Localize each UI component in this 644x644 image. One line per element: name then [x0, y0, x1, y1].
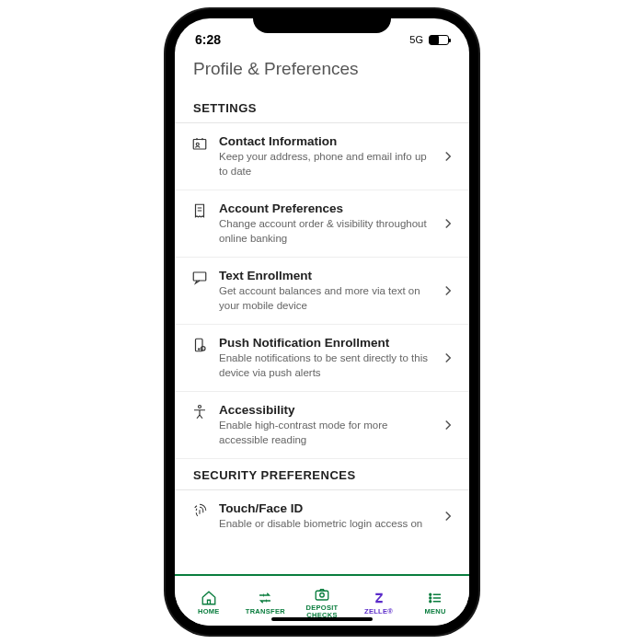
row-accessibility[interactable]: Accessibility Enable high-contrast mode … — [175, 392, 469, 459]
svg-point-10 — [430, 597, 431, 599]
row-title: Push Notification Enrollment — [219, 336, 429, 350]
row-push-notification[interactable]: Push Notification Enrollment Enable noti… — [175, 325, 469, 392]
svg-point-6 — [199, 406, 201, 408]
svg-rect-2 — [193, 272, 206, 281]
svg-point-4 — [199, 349, 200, 350]
tab-zelle[interactable]: ZELLE® — [351, 590, 408, 615]
content: SETTINGS Contact Information Keep your a… — [175, 92, 469, 574]
accessibility-icon — [191, 404, 208, 420]
row-account-preferences[interactable]: Account Preferences Change account order… — [175, 190, 469, 258]
row-title: Accessibility — [219, 403, 429, 417]
status-network: 5G — [409, 34, 423, 45]
phone-notify-icon — [191, 337, 208, 353]
row-contact-information[interactable]: Contact Information Keep your address, p… — [175, 123, 469, 190]
chevron-right-icon — [440, 215, 456, 232]
menu-icon — [426, 590, 444, 606]
id-card-icon — [191, 135, 208, 152]
row-desc: Enable or disable biometric login access… — [219, 517, 429, 532]
phone-frame: 6:28 5G Profile & Preferences SETTINGS C… — [166, 9, 478, 635]
tab-home[interactable]: HOME — [180, 590, 237, 615]
row-desc: Enable notifications to be sent directly… — [219, 351, 429, 380]
chevron-right-icon — [440, 417, 456, 433]
row-touch-face-id[interactable]: Touch/Face ID Enable or disable biometri… — [175, 490, 469, 543]
tab-label: HOME — [198, 608, 220, 615]
chevron-right-icon — [440, 350, 456, 366]
screen: 6:28 5G Profile & Preferences SETTINGS C… — [175, 18, 469, 626]
chevron-right-icon — [440, 508, 456, 524]
tab-label: ZELLE® — [364, 608, 393, 615]
svg-point-5 — [201, 347, 206, 351]
tab-label: MENU — [425, 608, 446, 615]
battery-icon — [429, 35, 449, 45]
row-title: Account Preferences — [219, 201, 429, 215]
svg-rect-7 — [316, 591, 328, 600]
tab-transfer[interactable]: TRANSFER — [237, 590, 294, 615]
row-desc: Enable high-contrast mode for more acces… — [219, 419, 429, 447]
row-desc: Change account order & visibility throug… — [219, 217, 429, 246]
svg-point-1 — [196, 143, 199, 145]
svg-point-8 — [320, 592, 325, 597]
home-indicator — [271, 617, 373, 621]
tab-deposit-checks[interactable]: DEPOSIT CHECKS — [293, 586, 351, 620]
row-desc: Get account balances and more via text o… — [219, 284, 429, 313]
tab-label: TRANSFER — [246, 608, 285, 615]
svg-point-11 — [430, 601, 431, 603]
transfer-icon — [256, 590, 274, 606]
notch — [253, 9, 391, 33]
fingerprint-icon — [191, 502, 208, 519]
tab-menu[interactable]: MENU — [407, 590, 464, 615]
row-title: Contact Information — [219, 134, 429, 148]
page-title: Profile & Preferences — [193, 59, 451, 79]
section-title-security: SECURITY PREFERENCES — [175, 459, 469, 490]
zelle-icon — [370, 590, 388, 606]
section-title-settings: SETTINGS — [175, 92, 469, 123]
status-time: 6:28 — [195, 32, 221, 47]
receipt-icon — [191, 202, 208, 219]
row-desc: Keep your address, phone and email info … — [219, 150, 429, 178]
chat-icon — [191, 270, 208, 286]
camera-icon — [313, 586, 331, 603]
row-text-enrollment[interactable]: Text Enrollment Get account balances and… — [175, 258, 469, 325]
row-title: Text Enrollment — [219, 269, 429, 282]
svg-point-9 — [430, 593, 431, 595]
home-icon — [200, 590, 218, 606]
row-title: Touch/Face ID — [219, 501, 429, 515]
chevron-right-icon — [440, 282, 456, 299]
status-right: 5G — [409, 34, 449, 45]
page-header: Profile & Preferences — [175, 53, 469, 92]
chevron-right-icon — [440, 148, 456, 165]
